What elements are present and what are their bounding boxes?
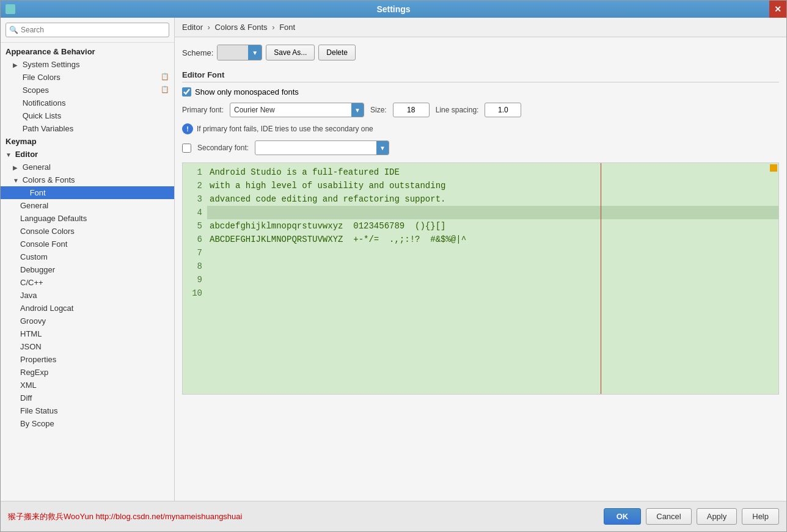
scheme-row: Scheme: ▼ Save As... Delete <box>182 45 779 60</box>
breadcrumb-sep1: › <box>208 23 210 32</box>
primary-font-value: Courier New <box>230 106 351 114</box>
triangle-icon: ▼ <box>5 151 13 158</box>
breadcrumb-part3: Font <box>279 23 295 32</box>
primary-font-dropdown[interactable]: Courier New ▼ <box>230 103 364 117</box>
settings-window: Settings ✕ 🔍 Appearance & Behavior ▶ Sys… <box>0 0 787 532</box>
tree-container: Appearance & Behavior ▶ System Settings … <box>1 43 174 501</box>
sidebar-item-scopes[interactable]: Scopes 📋 <box>1 84 174 97</box>
sidebar-item-by-scope[interactable]: By Scope <box>1 417 174 430</box>
preview-line: 4 <box>183 206 778 219</box>
sidebar-item-path-variables[interactable]: Path Variables <box>1 122 174 135</box>
sidebar: 🔍 Appearance & Behavior ▶ System Setting… <box>1 18 175 501</box>
primary-font-label: Primary font: <box>182 106 224 114</box>
line-number: 5 <box>183 219 207 233</box>
search-box: 🔍 <box>1 18 174 43</box>
line-number: 10 <box>183 286 207 300</box>
app-icon <box>5 4 15 14</box>
sidebar-item-debugger[interactable]: Debugger <box>1 263 174 276</box>
bottom-buttons: OK Cancel Apply Help <box>604 508 779 525</box>
help-button[interactable]: Help <box>742 508 779 525</box>
sidebar-item-console-font[interactable]: Console Font <box>1 238 174 250</box>
sidebar-item-cpp[interactable]: C/C++ <box>1 276 174 289</box>
secondary-font-dropdown[interactable]: ▼ <box>255 140 389 155</box>
line-number: 1 <box>183 166 207 179</box>
ok-button[interactable]: OK <box>604 508 642 525</box>
line-number: 4 <box>183 206 207 219</box>
scheme-label: Scheme: <box>182 48 213 57</box>
size-label: Size: <box>370 106 387 114</box>
save-as-button[interactable]: Save As... <box>266 45 315 60</box>
watermark-text: 猴子搬来的救兵WooYun http://blog.csdn.net/mynam… <box>8 511 242 522</box>
sidebar-item-diff[interactable]: Diff <box>1 392 174 404</box>
breadcrumb-sep2: › <box>272 23 274 32</box>
preview-corner-indicator <box>770 164 777 172</box>
search-input[interactable] <box>5 23 169 37</box>
sidebar-item-general2[interactable]: General <box>1 199 174 212</box>
secondary-font-row: Secondary font: ▼ <box>182 140 779 155</box>
sidebar-item-android-logcat[interactable]: Android Logcat <box>1 302 174 315</box>
sidebar-item-regexp[interactable]: RegExp <box>1 366 174 379</box>
close-button[interactable]: ✕ <box>769 1 786 18</box>
search-wrapper: 🔍 <box>5 23 169 37</box>
line-content <box>207 286 778 300</box>
search-icon: 🔍 <box>9 26 18 34</box>
sidebar-item-font[interactable]: Font <box>1 186 174 199</box>
line-spacing-label: Line spacing: <box>436 106 479 114</box>
sidebar-item-java[interactable]: Java <box>1 289 174 302</box>
sidebar-item-custom[interactable]: Custom <box>1 250 174 263</box>
scheme-dropdown[interactable]: ▼ <box>217 45 262 60</box>
sidebar-item-keymap[interactable]: Keymap <box>1 135 174 148</box>
editor-font-title: Editor Font <box>182 70 779 82</box>
preview-line: 3advanced code editing and refactoring s… <box>183 192 778 206</box>
preview-line: 6ABCDEFGHIJKLMNOPQRSTUVWXYZ +-*/= .,;:!?… <box>183 233 778 246</box>
sidebar-item-html[interactable]: HTML <box>1 327 174 340</box>
line-content: advanced code editing and refactoring su… <box>207 192 778 206</box>
sidebar-item-file-colors[interactable]: File Colors 📋 <box>1 71 174 84</box>
size-input[interactable] <box>393 103 430 117</box>
monospaced-checkbox-row: Show only monospaced fonts <box>182 87 779 97</box>
sidebar-item-properties[interactable]: Properties <box>1 353 174 366</box>
copy-icon: 📋 <box>161 86 169 93</box>
line-content <box>207 246 778 260</box>
info-text: If primary font fails, IDE tries to use … <box>197 125 373 133</box>
line-number: 9 <box>183 273 207 286</box>
sidebar-item-system-settings[interactable]: ▶ System Settings <box>1 58 174 71</box>
sidebar-item-groovy[interactable]: Groovy <box>1 315 174 327</box>
primary-font-dropdown-arrow[interactable]: ▼ <box>351 103 364 117</box>
sidebar-item-general[interactable]: ▶ General <box>1 161 174 173</box>
sidebar-item-xml[interactable]: XML <box>1 379 174 392</box>
sidebar-item-json[interactable]: JSON <box>1 340 174 353</box>
line-content <box>207 260 778 273</box>
sidebar-item-file-status[interactable]: File Status <box>1 404 174 417</box>
triangle-icon: ▶ <box>13 164 20 171</box>
right-panel: Editor › Colors & Fonts › Font Scheme: ▼… <box>175 18 786 501</box>
preview-line: 8 <box>183 260 778 273</box>
cancel-button[interactable]: Cancel <box>646 508 691 525</box>
preview-line: 10 <box>183 286 778 300</box>
preview-line: 5abcdefghijklmnopqrstuvwxyz 0123456789 (… <box>183 219 778 233</box>
triangle-icon: ▶ <box>13 62 20 68</box>
title-bar: Settings ✕ <box>1 1 786 18</box>
sidebar-item-editor[interactable]: ▼ Editor <box>1 148 174 161</box>
font-settings-row: Primary font: Courier New ▼ Size: Line s… <box>182 103 779 117</box>
line-number: 3 <box>183 192 207 206</box>
copy-icon: 📋 <box>161 73 169 81</box>
sidebar-item-console-colors[interactable]: Console Colors <box>1 225 174 238</box>
scheme-dropdown-arrow[interactable]: ▼ <box>248 45 262 60</box>
monospaced-label: Show only monospaced fonts <box>195 87 299 97</box>
secondary-font-checkbox[interactable] <box>182 144 191 153</box>
line-spacing-input[interactable] <box>485 103 521 117</box>
preview-line: 9 <box>183 273 778 286</box>
sidebar-item-quick-lists[interactable]: Quick Lists <box>1 109 174 122</box>
sidebar-item-appearance-behavior[interactable]: Appearance & Behavior <box>1 45 174 58</box>
preview-line: 2with a high level of usability and outs… <box>183 179 778 192</box>
monospaced-checkbox[interactable] <box>182 87 191 97</box>
sidebar-item-language-defaults[interactable]: Language Defaults <box>1 212 174 225</box>
line-content: ABCDEFGHIJKLMNOPQRSTUVWXYZ +-*/= .,;:!? … <box>207 233 778 246</box>
sidebar-item-colors-fonts[interactable]: ▼ Colors & Fonts <box>1 173 174 186</box>
apply-button[interactable]: Apply <box>697 508 738 525</box>
scheme-value <box>218 45 248 60</box>
secondary-font-dropdown-arrow[interactable]: ▼ <box>376 141 389 155</box>
sidebar-item-notifications[interactable]: Notifications <box>1 97 174 109</box>
delete-button[interactable]: Delete <box>318 45 356 60</box>
